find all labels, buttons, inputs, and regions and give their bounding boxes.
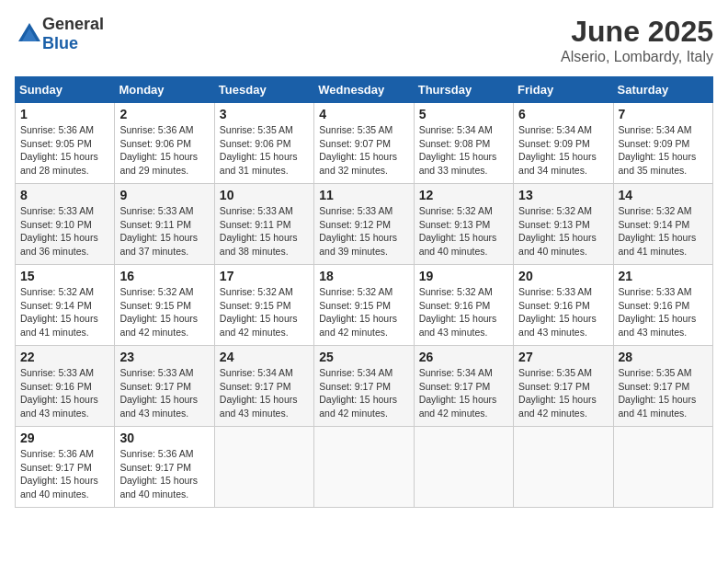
day-number: 25 bbox=[319, 350, 408, 364]
calendar-header-row: SundayMondayTuesdayWednesdayThursdayFrid… bbox=[16, 77, 713, 103]
weekday-header: Thursday bbox=[414, 77, 513, 103]
day-info: Sunrise: 5:36 AM Sunset: 9:17 PM Dayligh… bbox=[20, 447, 109, 501]
day-number: 30 bbox=[119, 431, 209, 445]
day-number: 3 bbox=[220, 107, 309, 121]
weekday-header: Wednesday bbox=[314, 77, 414, 103]
day-number: 7 bbox=[619, 107, 708, 121]
calendar-week-row: 15Sunrise: 5:32 AM Sunset: 9:14 PM Dayli… bbox=[16, 265, 713, 346]
day-number: 10 bbox=[220, 188, 309, 202]
day-info: Sunrise: 5:36 AM Sunset: 9:17 PM Dayligh… bbox=[119, 447, 209, 501]
day-number: 4 bbox=[319, 107, 408, 121]
day-info: Sunrise: 5:33 AM Sunset: 9:11 PM Dayligh… bbox=[119, 204, 209, 259]
table-row bbox=[214, 427, 313, 508]
day-info: Sunrise: 5:33 AM Sunset: 9:11 PM Dayligh… bbox=[220, 204, 309, 259]
logo-text-blue: Blue bbox=[42, 34, 78, 52]
table-row: 9Sunrise: 5:33 AM Sunset: 9:11 PM Daylig… bbox=[115, 184, 214, 265]
table-row: 17Sunrise: 5:32 AM Sunset: 9:15 PM Dayli… bbox=[214, 265, 313, 346]
day-number: 16 bbox=[119, 269, 209, 283]
table-row: 13Sunrise: 5:32 AM Sunset: 9:13 PM Dayli… bbox=[514, 184, 613, 265]
day-info: Sunrise: 5:33 AM Sunset: 9:16 PM Dayligh… bbox=[619, 285, 708, 339]
day-number: 14 bbox=[619, 188, 708, 202]
logo: General Blue bbox=[15, 15, 104, 53]
day-number: 29 bbox=[20, 431, 109, 445]
day-number: 22 bbox=[20, 350, 109, 364]
table-row: 4Sunrise: 5:35 AM Sunset: 9:07 PM Daylig… bbox=[314, 103, 414, 184]
day-info: Sunrise: 5:34 AM Sunset: 9:17 PM Dayligh… bbox=[419, 366, 508, 420]
table-row: 1Sunrise: 5:36 AM Sunset: 9:05 PM Daylig… bbox=[16, 103, 115, 184]
day-info: Sunrise: 5:32 AM Sunset: 9:13 PM Dayligh… bbox=[518, 204, 608, 259]
table-row: 2Sunrise: 5:36 AM Sunset: 9:06 PM Daylig… bbox=[115, 103, 214, 184]
table-row: 25Sunrise: 5:34 AM Sunset: 9:17 PM Dayli… bbox=[314, 346, 414, 427]
calendar-week-row: 1Sunrise: 5:36 AM Sunset: 9:05 PM Daylig… bbox=[16, 103, 713, 184]
day-info: Sunrise: 5:36 AM Sunset: 9:06 PM Dayligh… bbox=[119, 123, 209, 178]
day-number: 21 bbox=[619, 269, 708, 283]
weekday-header: Sunday bbox=[16, 77, 115, 103]
table-row: 5Sunrise: 5:34 AM Sunset: 9:08 PM Daylig… bbox=[414, 103, 513, 184]
table-row: 12Sunrise: 5:32 AM Sunset: 9:13 PM Dayli… bbox=[414, 184, 513, 265]
table-row: 16Sunrise: 5:32 AM Sunset: 9:15 PM Dayli… bbox=[115, 265, 214, 346]
day-number: 9 bbox=[119, 188, 209, 202]
table-row: 24Sunrise: 5:34 AM Sunset: 9:17 PM Dayli… bbox=[214, 346, 313, 427]
table-row: 30Sunrise: 5:36 AM Sunset: 9:17 PM Dayli… bbox=[115, 427, 214, 508]
day-number: 27 bbox=[518, 350, 608, 364]
day-number: 5 bbox=[419, 107, 508, 121]
table-row: 7Sunrise: 5:34 AM Sunset: 9:09 PM Daylig… bbox=[613, 103, 712, 184]
day-info: Sunrise: 5:33 AM Sunset: 9:16 PM Dayligh… bbox=[518, 285, 608, 339]
day-info: Sunrise: 5:36 AM Sunset: 9:05 PM Dayligh… bbox=[20, 123, 109, 178]
table-row bbox=[314, 427, 414, 508]
day-info: Sunrise: 5:35 AM Sunset: 9:07 PM Dayligh… bbox=[319, 123, 408, 178]
day-number: 6 bbox=[518, 107, 608, 121]
table-row: 27Sunrise: 5:35 AM Sunset: 9:17 PM Dayli… bbox=[514, 346, 613, 427]
month-title: June 2025 bbox=[561, 15, 713, 49]
weekday-header: Monday bbox=[115, 77, 214, 103]
calendar-week-row: 8Sunrise: 5:33 AM Sunset: 9:10 PM Daylig… bbox=[16, 184, 713, 265]
day-info: Sunrise: 5:32 AM Sunset: 9:13 PM Dayligh… bbox=[419, 204, 508, 259]
day-info: Sunrise: 5:32 AM Sunset: 9:14 PM Dayligh… bbox=[20, 285, 109, 339]
table-row: 15Sunrise: 5:32 AM Sunset: 9:14 PM Dayli… bbox=[16, 265, 115, 346]
day-info: Sunrise: 5:35 AM Sunset: 9:17 PM Dayligh… bbox=[619, 366, 708, 420]
calendar-week-row: 29Sunrise: 5:36 AM Sunset: 9:17 PM Dayli… bbox=[16, 427, 713, 508]
weekday-header: Friday bbox=[514, 77, 613, 103]
day-number: 15 bbox=[20, 269, 109, 283]
table-row: 14Sunrise: 5:32 AM Sunset: 9:14 PM Dayli… bbox=[613, 184, 712, 265]
day-number: 26 bbox=[419, 350, 508, 364]
day-number: 28 bbox=[619, 350, 708, 364]
table-row: 3Sunrise: 5:35 AM Sunset: 9:06 PM Daylig… bbox=[214, 103, 313, 184]
table-row: 28Sunrise: 5:35 AM Sunset: 9:17 PM Dayli… bbox=[613, 346, 712, 427]
day-number: 8 bbox=[20, 188, 109, 202]
day-number: 13 bbox=[518, 188, 608, 202]
day-info: Sunrise: 5:33 AM Sunset: 9:12 PM Dayligh… bbox=[319, 204, 408, 259]
weekday-header: Tuesday bbox=[214, 77, 313, 103]
day-info: Sunrise: 5:34 AM Sunset: 9:09 PM Dayligh… bbox=[518, 123, 608, 178]
day-number: 24 bbox=[220, 350, 309, 364]
day-number: 2 bbox=[119, 107, 209, 121]
day-number: 11 bbox=[319, 188, 408, 202]
table-row: 19Sunrise: 5:32 AM Sunset: 9:16 PM Dayli… bbox=[414, 265, 513, 346]
table-row: 20Sunrise: 5:33 AM Sunset: 9:16 PM Dayli… bbox=[514, 265, 613, 346]
day-info: Sunrise: 5:35 AM Sunset: 9:06 PM Dayligh… bbox=[220, 123, 309, 178]
table-row bbox=[613, 427, 712, 508]
table-row bbox=[514, 427, 613, 508]
day-number: 12 bbox=[419, 188, 508, 202]
table-row: 8Sunrise: 5:33 AM Sunset: 9:10 PM Daylig… bbox=[16, 184, 115, 265]
day-number: 23 bbox=[119, 350, 209, 364]
day-info: Sunrise: 5:33 AM Sunset: 9:17 PM Dayligh… bbox=[119, 366, 209, 420]
day-number: 1 bbox=[20, 107, 109, 121]
day-number: 20 bbox=[518, 269, 608, 283]
table-row: 11Sunrise: 5:33 AM Sunset: 9:12 PM Dayli… bbox=[314, 184, 414, 265]
location-title: Alserio, Lombardy, Italy bbox=[561, 49, 713, 65]
day-info: Sunrise: 5:34 AM Sunset: 9:17 PM Dayligh… bbox=[220, 366, 309, 420]
table-row: 18Sunrise: 5:32 AM Sunset: 9:15 PM Dayli… bbox=[314, 265, 414, 346]
table-row: 21Sunrise: 5:33 AM Sunset: 9:16 PM Dayli… bbox=[613, 265, 712, 346]
page-header: General Blue June 2025 Alserio, Lombardy… bbox=[15, 15, 713, 65]
day-info: Sunrise: 5:34 AM Sunset: 9:17 PM Dayligh… bbox=[319, 366, 408, 420]
calendar-table: SundayMondayTuesdayWednesdayThursdayFrid… bbox=[15, 76, 713, 508]
day-info: Sunrise: 5:34 AM Sunset: 9:09 PM Dayligh… bbox=[619, 123, 708, 178]
table-row: 22Sunrise: 5:33 AM Sunset: 9:16 PM Dayli… bbox=[16, 346, 115, 427]
table-row: 23Sunrise: 5:33 AM Sunset: 9:17 PM Dayli… bbox=[115, 346, 214, 427]
day-info: Sunrise: 5:32 AM Sunset: 9:14 PM Dayligh… bbox=[619, 204, 708, 259]
weekday-header: Saturday bbox=[613, 77, 712, 103]
table-row: 26Sunrise: 5:34 AM Sunset: 9:17 PM Dayli… bbox=[414, 346, 513, 427]
day-info: Sunrise: 5:32 AM Sunset: 9:15 PM Dayligh… bbox=[119, 285, 209, 339]
day-info: Sunrise: 5:32 AM Sunset: 9:15 PM Dayligh… bbox=[220, 285, 309, 339]
